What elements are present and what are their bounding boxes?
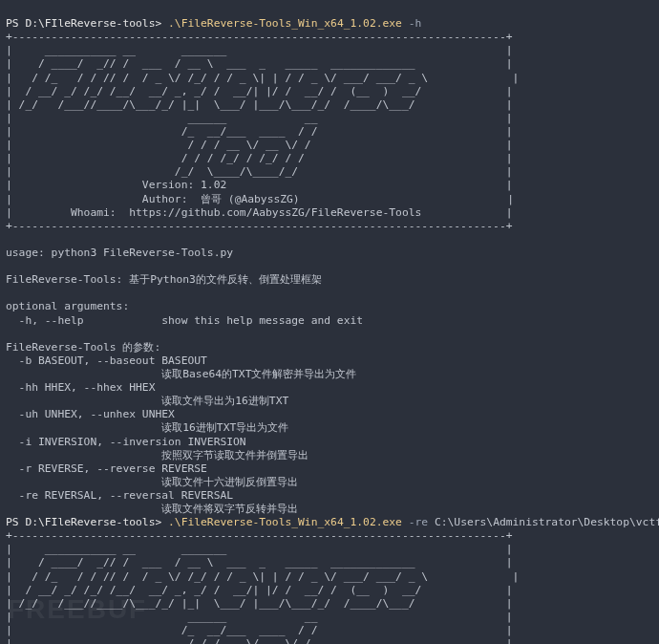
args-header: FileReverse-Tools 的参数: <box>6 341 160 354</box>
command-2-flag: -re <box>409 516 428 528</box>
ascii-line: | ______ __ | <box>6 112 513 124</box>
ascii-line: | / ____/ _// / ___ / __ \ ___ _ _____ _… <box>6 556 513 569</box>
usage-line: usage: python3 FileReverse-Tools.py <box>6 247 233 259</box>
banner-border-top: +---------------------------------------… <box>6 529 513 542</box>
ascii-line: | /_/ /___//____/\___/_/ |_| \___/ |___/… <box>6 98 513 111</box>
arg-flag: -r REVERSE, --reverse REVERSE <box>6 462 207 475</box>
ascii-line: | ___________ __ _______ | <box>6 543 513 555</box>
arg-flag: -i INVERSION, --inversion INVERSION <box>6 436 246 448</box>
arg-desc: 读取Base64的TXT文件解密并导出为文件 <box>6 368 356 380</box>
ascii-line: | / /_ / / // / / _ \/ /_/ / / _ \| | / … <box>6 72 519 84</box>
ascii-line: | / ____/ _// / ___ / __ \ ___ _ _____ _… <box>6 57 513 70</box>
ascii-line: | / / / __ \/ __ \/ / | <box>6 637 513 644</box>
command-1-exe: .\FileReverse-Tools_Win_x64_1.02.exe <box>168 17 402 30</box>
ascii-line: | / / / __ \/ __ \/ / | <box>6 139 513 151</box>
terminal[interactable]: PS D:\FIleReverse-tools> .\FileReverse-T… <box>0 0 659 644</box>
banner-whoami: | Whoami: https://github.com/AabyssZG/Fi… <box>6 206 513 219</box>
optional-header: optional arguments: <box>6 300 129 312</box>
ascii-line: | /_ __/___ ____ / / | <box>6 624 513 636</box>
banner-border-top: +---------------------------------------… <box>6 31 513 43</box>
ps-prompt: PS D:\FIleReverse-tools> <box>6 17 168 30</box>
ascii-line: | /_ __/___ ____ / / | <box>6 125 513 138</box>
ascii-line: | /_/ /___//____/\___/_/ |_| \___/ |___/… <box>6 597 513 610</box>
arg-desc: 读取16进制TXT导出为文件 <box>6 421 288 434</box>
banner-border-bottom: +---------------------------------------… <box>6 220 513 232</box>
ascii-line: | / /_ / / // / / _ \/ /_/ / / _ \| | / … <box>6 570 519 583</box>
ascii-line: | ______ __ | <box>6 611 513 623</box>
arg-flag: -hh HHEX, --hhex HHEX <box>6 381 155 394</box>
prompt-line-1: PS D:\FIleReverse-tools> .\FileReverse-T… <box>6 17 421 30</box>
command-1-flag: -h <box>409 17 422 30</box>
ps-prompt: PS D:\FIleReverse-tools> <box>6 516 168 528</box>
ascii-line: | / __/ _/ /_/ /__/ __/ _, _/ / __/| |/ … <box>6 584 513 596</box>
arg-flag: -b BASEOUT, --baseout BASEOUT <box>6 354 207 367</box>
arg-desc: 读取文件十六进制反倒置导出 <box>6 476 298 488</box>
optional-help: -h, --help show this help message and ex… <box>6 314 363 327</box>
banner-author: | Author: 曾哥 (@AabyssZG) | <box>6 193 514 205</box>
arg-desc: 按照双字节读取文件并倒置导出 <box>6 449 308 462</box>
banner-version: | Version: 1.02 | <box>6 179 513 191</box>
prompt-line-2: PS D:\FIleReverse-tools> .\FileReverse-T… <box>6 516 659 528</box>
arg-flag: -re REVERSAL, --reversal REVERSAL <box>6 489 233 502</box>
ascii-line: | / / / /_/ / /_/ / / | <box>6 152 513 164</box>
arg-desc: 读取文件导出为16进制TXT <box>6 395 288 407</box>
ascii-line: | /_/ \____/\____/_/ | <box>6 165 513 178</box>
command-2-exe: .\FileReverse-Tools_Win_x64_1.02.exe <box>168 516 402 528</box>
ascii-line: | / __/ _/ /_/ /__/ __/ _, _/ / __/| |/ … <box>6 85 513 97</box>
description-line: FileReverse-Tools: 基于Python3的文件反转、倒置处理框架 <box>6 273 322 286</box>
arg-desc: 读取文件将双字节反转并导出 <box>6 503 298 515</box>
arg-flag: -uh UNHEX, --unhex UNHEX <box>6 408 175 420</box>
ascii-line: | ___________ __ _______ | <box>6 44 513 56</box>
command-2-arg: C:\Users\Administrator\Desktop\vctf\无间道\… <box>435 516 659 528</box>
